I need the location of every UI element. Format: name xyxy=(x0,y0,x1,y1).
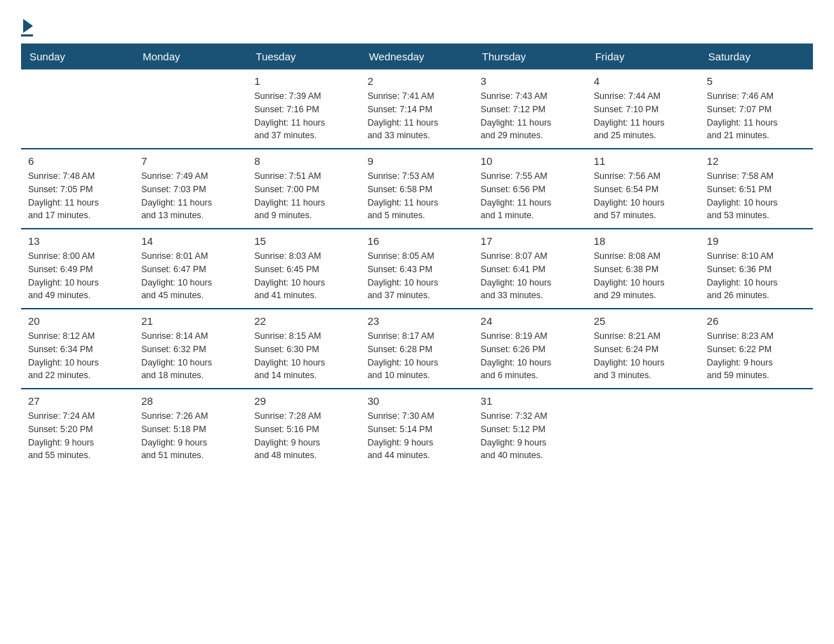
day-info: Sunrise: 7:48 AMSunset: 7:05 PMDaylight:… xyxy=(28,170,127,222)
day-number: 29 xyxy=(254,395,353,407)
calendar-cell: 13Sunrise: 8:00 AMSunset: 6:49 PMDayligh… xyxy=(21,229,134,309)
calendar-cell: 18Sunrise: 8:08 AMSunset: 6:38 PMDayligh… xyxy=(587,229,700,309)
day-info: Sunrise: 7:39 AMSunset: 7:16 PMDaylight:… xyxy=(254,90,353,142)
day-number: 19 xyxy=(707,235,806,247)
weekday-header-thursday: Thursday xyxy=(474,43,587,69)
day-number: 16 xyxy=(367,235,466,247)
calendar-cell: 28Sunrise: 7:26 AMSunset: 5:18 PMDayligh… xyxy=(134,389,247,468)
day-number: 1 xyxy=(254,75,353,87)
weekday-header-row: SundayMondayTuesdayWednesdayThursdayFrid… xyxy=(21,43,813,69)
day-info: Sunrise: 8:00 AMSunset: 6:49 PMDaylight:… xyxy=(28,250,127,302)
calendar-cell: 16Sunrise: 8:05 AMSunset: 6:43 PMDayligh… xyxy=(360,229,473,309)
calendar-cell: 1Sunrise: 7:39 AMSunset: 7:16 PMDaylight… xyxy=(247,69,360,149)
day-number: 20 xyxy=(28,315,127,327)
day-info: Sunrise: 8:01 AMSunset: 6:47 PMDaylight:… xyxy=(141,250,240,302)
day-info: Sunrise: 8:17 AMSunset: 6:28 PMDaylight:… xyxy=(367,330,466,382)
weekday-header-friday: Friday xyxy=(587,43,700,69)
calendar-cell: 25Sunrise: 8:21 AMSunset: 6:24 PMDayligh… xyxy=(587,309,700,389)
calendar-cell xyxy=(587,389,700,468)
day-number: 9 xyxy=(367,155,466,167)
day-number: 12 xyxy=(707,155,806,167)
day-number: 30 xyxy=(367,395,466,407)
calendar-cell: 6Sunrise: 7:48 AMSunset: 7:05 PMDaylight… xyxy=(21,149,134,229)
day-info: Sunrise: 7:32 AMSunset: 5:12 PMDaylight:… xyxy=(481,410,580,462)
calendar-cell: 30Sunrise: 7:30 AMSunset: 5:14 PMDayligh… xyxy=(360,389,473,468)
day-info: Sunrise: 8:05 AMSunset: 6:43 PMDaylight:… xyxy=(367,250,466,302)
calendar-cell: 20Sunrise: 8:12 AMSunset: 6:34 PMDayligh… xyxy=(21,309,134,389)
day-info: Sunrise: 7:55 AMSunset: 6:56 PMDaylight:… xyxy=(481,170,580,222)
day-info: Sunrise: 8:08 AMSunset: 6:38 PMDaylight:… xyxy=(594,250,693,302)
day-number: 22 xyxy=(254,315,353,327)
logo-divider xyxy=(21,34,33,36)
calendar-cell: 21Sunrise: 8:14 AMSunset: 6:32 PMDayligh… xyxy=(134,309,247,389)
calendar-cell: 7Sunrise: 7:49 AMSunset: 7:03 PMDaylight… xyxy=(134,149,247,229)
day-number: 8 xyxy=(254,155,353,167)
day-info: Sunrise: 8:19 AMSunset: 6:26 PMDaylight:… xyxy=(481,330,580,382)
calendar-week-4: 20Sunrise: 8:12 AMSunset: 6:34 PMDayligh… xyxy=(21,309,813,389)
calendar-cell: 9Sunrise: 7:53 AMSunset: 6:58 PMDaylight… xyxy=(360,149,473,229)
day-info: Sunrise: 7:26 AMSunset: 5:18 PMDaylight:… xyxy=(141,410,240,462)
calendar-week-2: 6Sunrise: 7:48 AMSunset: 7:05 PMDaylight… xyxy=(21,149,813,229)
calendar-cell: 22Sunrise: 8:15 AMSunset: 6:30 PMDayligh… xyxy=(247,309,360,389)
day-number: 14 xyxy=(141,235,240,247)
day-info: Sunrise: 7:30 AMSunset: 5:14 PMDaylight:… xyxy=(367,410,466,462)
calendar-cell xyxy=(134,69,247,149)
day-info: Sunrise: 8:12 AMSunset: 6:34 PMDaylight:… xyxy=(28,330,127,382)
day-number: 15 xyxy=(254,235,353,247)
day-info: Sunrise: 7:56 AMSunset: 6:54 PMDaylight:… xyxy=(594,170,693,222)
day-number: 18 xyxy=(594,235,693,247)
calendar-cell xyxy=(21,69,134,149)
day-number: 13 xyxy=(28,235,127,247)
calendar-cell: 26Sunrise: 8:23 AMSunset: 6:22 PMDayligh… xyxy=(700,309,813,389)
calendar-week-1: 1Sunrise: 7:39 AMSunset: 7:16 PMDaylight… xyxy=(21,69,813,149)
day-info: Sunrise: 8:15 AMSunset: 6:30 PMDaylight:… xyxy=(254,330,353,382)
calendar-cell: 14Sunrise: 8:01 AMSunset: 6:47 PMDayligh… xyxy=(134,229,247,309)
calendar-cell: 24Sunrise: 8:19 AMSunset: 6:26 PMDayligh… xyxy=(474,309,587,389)
calendar-cell: 11Sunrise: 7:56 AMSunset: 6:54 PMDayligh… xyxy=(587,149,700,229)
day-info: Sunrise: 7:51 AMSunset: 7:00 PMDaylight:… xyxy=(254,170,353,222)
weekday-header-saturday: Saturday xyxy=(700,43,813,69)
day-number: 25 xyxy=(594,315,693,327)
calendar-week-5: 27Sunrise: 7:24 AMSunset: 5:20 PMDayligh… xyxy=(21,389,813,468)
day-number: 27 xyxy=(28,395,127,407)
day-info: Sunrise: 7:24 AMSunset: 5:20 PMDaylight:… xyxy=(28,410,127,462)
day-info: Sunrise: 7:46 AMSunset: 7:07 PMDaylight:… xyxy=(707,90,806,142)
calendar-cell: 27Sunrise: 7:24 AMSunset: 5:20 PMDayligh… xyxy=(21,389,134,468)
calendar-cell: 5Sunrise: 7:46 AMSunset: 7:07 PMDaylight… xyxy=(700,69,813,149)
weekday-header-wednesday: Wednesday xyxy=(360,43,473,69)
calendar-cell: 8Sunrise: 7:51 AMSunset: 7:00 PMDaylight… xyxy=(247,149,360,229)
calendar-cell: 29Sunrise: 7:28 AMSunset: 5:16 PMDayligh… xyxy=(247,389,360,468)
calendar-cell: 10Sunrise: 7:55 AMSunset: 6:56 PMDayligh… xyxy=(474,149,587,229)
weekday-header-sunday: Sunday xyxy=(21,43,134,69)
day-info: Sunrise: 7:53 AMSunset: 6:58 PMDaylight:… xyxy=(367,170,466,222)
calendar-cell: 3Sunrise: 7:43 AMSunset: 7:12 PMDaylight… xyxy=(474,69,587,149)
day-number: 26 xyxy=(707,315,806,327)
day-number: 21 xyxy=(141,315,240,327)
calendar-cell: 19Sunrise: 8:10 AMSunset: 6:36 PMDayligh… xyxy=(700,229,813,309)
logo-arrow-icon xyxy=(23,19,33,33)
weekday-header-monday: Monday xyxy=(134,43,247,69)
day-number: 28 xyxy=(141,395,240,407)
calendar-table: SundayMondayTuesdayWednesdayThursdayFrid… xyxy=(21,43,813,468)
day-info: Sunrise: 7:58 AMSunset: 6:51 PMDaylight:… xyxy=(707,170,806,222)
header xyxy=(21,14,813,36)
day-number: 10 xyxy=(481,155,580,167)
calendar-cell: 23Sunrise: 8:17 AMSunset: 6:28 PMDayligh… xyxy=(360,309,473,389)
calendar-cell: 12Sunrise: 7:58 AMSunset: 6:51 PMDayligh… xyxy=(700,149,813,229)
day-info: Sunrise: 8:14 AMSunset: 6:32 PMDaylight:… xyxy=(141,330,240,382)
day-info: Sunrise: 7:41 AMSunset: 7:14 PMDaylight:… xyxy=(367,90,466,142)
day-info: Sunrise: 7:43 AMSunset: 7:12 PMDaylight:… xyxy=(481,90,580,142)
calendar-cell: 15Sunrise: 8:03 AMSunset: 6:45 PMDayligh… xyxy=(247,229,360,309)
weekday-header-tuesday: Tuesday xyxy=(247,43,360,69)
day-info: Sunrise: 8:03 AMSunset: 6:45 PMDaylight:… xyxy=(254,250,353,302)
day-info: Sunrise: 8:07 AMSunset: 6:41 PMDaylight:… xyxy=(481,250,580,302)
calendar-cell: 2Sunrise: 7:41 AMSunset: 7:14 PMDaylight… xyxy=(360,69,473,149)
day-number: 2 xyxy=(367,75,466,87)
day-number: 24 xyxy=(481,315,580,327)
day-number: 7 xyxy=(141,155,240,167)
day-info: Sunrise: 7:28 AMSunset: 5:16 PMDaylight:… xyxy=(254,410,353,462)
day-number: 11 xyxy=(594,155,693,167)
calendar-week-3: 13Sunrise: 8:00 AMSunset: 6:49 PMDayligh… xyxy=(21,229,813,309)
day-info: Sunrise: 8:10 AMSunset: 6:36 PMDaylight:… xyxy=(707,250,806,302)
day-number: 5 xyxy=(707,75,806,87)
